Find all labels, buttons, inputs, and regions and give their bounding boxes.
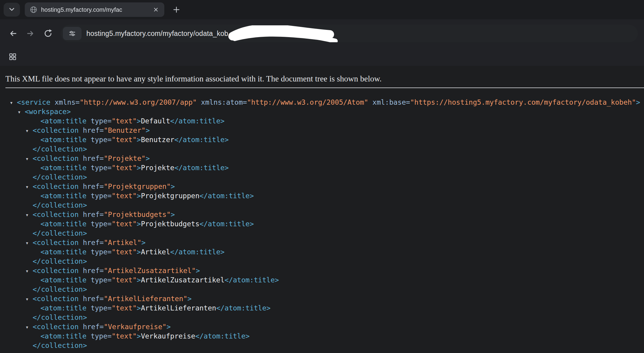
xml-tag: > <box>137 192 141 200</box>
xml-tag: <collection <box>33 183 79 190</box>
grid-icon <box>8 52 17 61</box>
xml-tag: > <box>137 248 141 256</box>
xml-line: </collection> <box>5 285 644 294</box>
xml-tag: > <box>171 183 175 190</box>
xml-tag: > <box>141 239 146 246</box>
collapse-arrow-icon[interactable]: ▼ <box>26 211 33 220</box>
apps-grid-button[interactable] <box>6 50 19 63</box>
xml-line: ▼<collection href="Projekte"> <box>5 154 644 163</box>
xml-tag: > <box>166 323 171 331</box>
address-bar[interactable]: hosting5.myfactory.com/myfactory/odata_k… <box>60 25 638 42</box>
xml-text: Projektbudgets <box>141 220 199 228</box>
xml-tag: </atom:title> <box>195 332 250 340</box>
xml-tag: </collection> <box>33 201 87 209</box>
new-tab-button[interactable] <box>170 3 183 16</box>
xml-attr-name: type= <box>86 117 111 125</box>
xml-line: </collection> <box>5 341 644 350</box>
xml-tag: <collection <box>33 154 79 162</box>
xml-line: <atom:title type="text">Verkaufpreise</a… <box>5 332 644 341</box>
xml-line: </collection> <box>5 173 644 182</box>
xml-attr-value: "ArtikelZusatzartikel" <box>104 267 196 275</box>
close-icon <box>153 7 159 13</box>
tab-close-button[interactable] <box>151 5 161 14</box>
collapse-arrow-icon[interactable]: ▼ <box>26 323 33 332</box>
collapse-arrow-icon[interactable]: ▼ <box>26 154 33 164</box>
xml-attr-value: "http://www.w3.org/2007/app" <box>80 98 197 106</box>
forward-button[interactable] <box>22 25 39 42</box>
xml-tag: > <box>137 136 141 144</box>
xml-tag: > <box>187 295 192 303</box>
xml-attr-name: xml:base= <box>368 98 410 106</box>
xml-tag: > <box>146 126 150 134</box>
xml-line: <atom:title type="text">Artikel</atom:ti… <box>5 247 644 257</box>
globe-favicon-icon <box>30 6 37 14</box>
collapse-arrow-icon[interactable]: ▼ <box>10 98 17 108</box>
xml-text: Projektgruppen <box>141 192 199 200</box>
xml-tag: <collection <box>33 267 79 275</box>
xml-text: Default <box>141 117 170 125</box>
xml-attr-value: "Projekte" <box>104 154 145 162</box>
xml-tag: </atom:title> <box>174 136 229 144</box>
xml-tag: <atom:title <box>40 248 86 256</box>
xml-tag: <collection <box>33 295 79 303</box>
xml-line: ▼<collection href="Benutzer"> <box>5 126 644 135</box>
xml-tag: </atom:title> <box>216 304 271 312</box>
collapse-arrow-icon[interactable]: ▼ <box>18 108 25 117</box>
xml-tag: </collection> <box>33 342 87 349</box>
xml-tag: <collection <box>33 239 79 246</box>
xml-tag: <collection <box>33 211 79 218</box>
xml-tag: </collection> <box>33 285 87 293</box>
xml-tag: <atom:title <box>40 164 86 172</box>
plus-icon <box>172 6 180 14</box>
collapse-arrow-icon[interactable]: ▼ <box>26 239 33 248</box>
redaction-scribble <box>227 25 340 42</box>
collapse-arrow-icon[interactable]: ▼ <box>26 183 33 192</box>
collapse-arrow-icon[interactable]: ▼ <box>26 295 33 304</box>
xml-text: Verkaufpreise <box>141 332 195 340</box>
xml-line: <atom:title type="text">Benutzer</atom:t… <box>5 135 644 145</box>
xml-attr-value: "text" <box>111 220 137 228</box>
xml-tag: </collection> <box>33 229 87 237</box>
xml-attr-name: xmlns= <box>50 98 80 106</box>
xml-tag: <atom:title <box>40 220 86 228</box>
xml-line: </collection> <box>5 229 644 238</box>
tab-search-button[interactable] <box>4 3 20 17</box>
xml-attr-value: "Benutzer" <box>104 126 145 134</box>
xml-tag: > <box>137 332 141 340</box>
xml-line: ▼<workspace> <box>5 107 644 116</box>
xml-line: ▼<collection href="ArtikelZusatzartikel"… <box>5 266 644 275</box>
xml-line: <atom:title type="text">ArtikelZusatzart… <box>5 275 644 285</box>
xml-tag: <atom:title <box>40 117 86 125</box>
tab-title: hosting5.myfactory.com/myfac <box>41 6 147 13</box>
xml-tag: > <box>137 304 141 312</box>
reload-icon <box>43 29 53 38</box>
reload-button[interactable] <box>39 25 57 42</box>
xml-tag: </atom:title> <box>199 220 254 228</box>
site-info-button[interactable] <box>63 27 82 40</box>
xml-attr-value: "text" <box>111 117 137 125</box>
xml-attr-value: "text" <box>111 164 137 172</box>
xml-text: Projekte <box>141 164 174 172</box>
xml-tag: </atom:title> <box>174 164 229 172</box>
xml-line: <atom:title type="text">ArtikelLieferant… <box>5 304 644 313</box>
xml-line: </collection> <box>5 145 644 154</box>
xml-line: <atom:title type="text">Projektgruppen</… <box>5 191 644 201</box>
collapse-arrow-icon[interactable]: ▼ <box>26 126 33 136</box>
xml-tag: <atom:title <box>40 332 86 340</box>
xml-line: <atom:title type="text">Projektbudgets</… <box>5 219 644 229</box>
xml-attr-name: type= <box>86 276 111 284</box>
xml-tag: <collection <box>33 126 79 134</box>
xml-line: </collection> <box>5 201 644 210</box>
bookmarks-bar <box>0 48 644 66</box>
browser-tab[interactable]: hosting5.myfactory.com/myfac <box>25 2 164 17</box>
xml-attr-name: href= <box>79 126 104 134</box>
xml-viewer: This XML file does not appear to have an… <box>0 66 644 353</box>
xml-tag: </collection> <box>33 313 87 321</box>
collapse-arrow-icon[interactable]: ▼ <box>26 267 33 276</box>
xml-tag: > <box>137 220 141 228</box>
xml-attr-value: "text" <box>111 248 137 256</box>
xml-line: ▼<collection href="Projektbudgets"> <box>5 210 644 219</box>
xml-line: ▼<collection href="Artikel"> <box>5 238 644 247</box>
back-button[interactable] <box>4 25 22 42</box>
xml-tag: <atom:title <box>40 136 86 144</box>
